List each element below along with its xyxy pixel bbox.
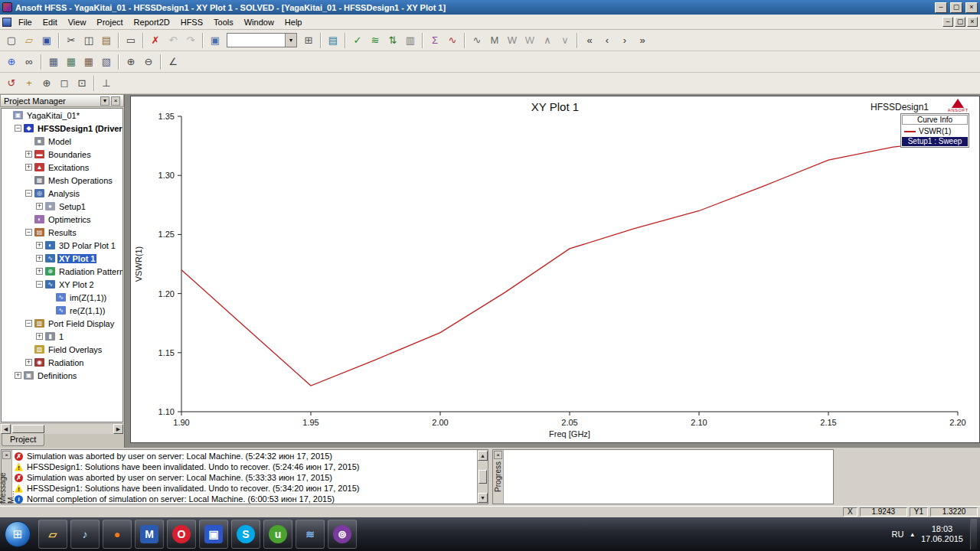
menu-edit[interactable]: Edit [38,16,63,28]
scrollbar-thumb[interactable] [479,470,487,484]
message-panel-close-icon[interactable]: × [2,451,11,459]
menu-file[interactable]: File [13,16,38,28]
solution-data-icon[interactable]: Σ [426,32,443,49]
expander-plus-icon[interactable]: + [36,242,43,249]
expander-plus-icon[interactable]: + [36,203,43,210]
zoom-window-icon[interactable]: ◻ [56,75,73,92]
visibility-icon[interactable]: ∞ [21,54,38,70]
tree-item-mesh-operations[interactable]: ▦Mesh Operations [2,174,122,187]
wave-report-icon[interactable]: ∿ [469,32,485,49]
selection-combo[interactable]: ▾ [227,33,297,47]
orange-app-icon[interactable]: ● [103,520,132,549]
view-iso-icon[interactable]: ▧ [98,54,115,70]
tree-item-1[interactable]: +▮1 [2,330,122,343]
save-app-icon[interactable]: ▣ [199,520,228,549]
rotate-view-icon[interactable]: ↺ [3,75,20,92]
message-row[interactable]: !HFSSDesign1: Solutions have been invali… [15,483,475,494]
show-desktop-button[interactable] [970,519,977,549]
message-row[interactable]: !HFSSDesign1: Solutions have been invali… [15,461,475,472]
progress-panel-close-icon[interactable]: × [494,451,502,459]
green-app-icon[interactable]: u [263,520,292,549]
next-frame-icon[interactable]: › [616,32,633,49]
wave-w2-report-icon[interactable]: W [521,32,538,49]
opera-icon[interactable]: O [167,520,196,549]
message-row[interactable]: ✗Simulation was aborted by user on serve… [15,451,475,461]
panel-close-icon[interactable]: × [111,96,120,106]
child-close-button[interactable]: × [967,17,978,27]
tree-item-im-z-1-1[interactable]: ∿im(Z(1,1)) [2,291,122,304]
fit-all-icon[interactable]: ⊡ [74,75,90,92]
zoom-out-view-icon[interactable]: ⊖ [140,54,157,70]
coordinate-icon[interactable]: ⊞ [300,32,317,49]
view-orient-x-icon[interactable]: ▦ [45,54,62,70]
combo-dropdown-icon[interactable]: ▾ [285,34,296,47]
scroll-left-icon[interactable]: ◀ [1,424,11,434]
tree-item-field-overlays[interactable]: ▧Field Overlays [2,343,122,356]
expander-plus-icon[interactable]: + [25,359,32,366]
tree-item-port-field-display[interactable]: −▥Port Field Display [2,317,122,330]
paste-icon[interactable]: ▤ [98,32,115,49]
prev-frame-icon[interactable]: ‹ [599,32,616,49]
explorer-icon[interactable]: ▱ [38,520,67,549]
scrollbar-thumb[interactable] [12,425,44,433]
wave-peak-icon[interactable]: ∧ [539,32,556,49]
open-file-icon[interactable]: ▱ [21,32,38,49]
start-button[interactable]: ⊞ [5,521,31,547]
expander-minus-icon[interactable]: − [25,229,32,236]
tree-item-analysis[interactable]: −◎Analysis [2,187,122,200]
mail-icon[interactable]: M [135,520,164,549]
solids-view-icon[interactable]: ⊕ [3,54,20,70]
skype-icon[interactable]: S [231,520,260,549]
child-restore-button[interactable]: ▢ [955,17,965,27]
measure-icon[interactable]: ∠ [165,54,181,70]
last-frame-icon[interactable]: » [634,32,651,49]
waveform-app-icon[interactable]: ≋ [296,520,325,549]
message-scrollbar[interactable]: ▲ ▼ [477,450,488,504]
menu-report2d[interactable]: Report2D [129,16,175,28]
wave-m-report-icon[interactable]: M [486,32,503,49]
menu-window[interactable]: Window [239,16,279,28]
pan-hand-icon[interactable]: + [21,75,38,92]
expander-minus-icon[interactable]: − [25,320,32,327]
tray-expand-icon[interactable]: ▴ [910,530,914,538]
panel-dropdown-icon[interactable]: ▾ [100,96,109,106]
analyze-all-icon[interactable]: ≋ [367,32,384,49]
tree-item-setup1[interactable]: +●Setup1 [2,200,122,213]
plot-canvas[interactable]: 1.101.151.201.251.301.351.901.952.002.05… [131,96,979,442]
tree-item-re-z-1-1[interactable]: ∿re(Z(1,1)) [2,304,122,317]
close-button[interactable]: × [965,2,978,13]
child-minimize-button[interactable]: – [942,17,953,27]
wave-valley-icon[interactable]: ∨ [557,32,573,49]
menu-view[interactable]: View [63,16,92,28]
validate-icon[interactable]: ✓ [349,32,366,49]
expander-minus-icon[interactable]: − [36,281,43,288]
redo-icon[interactable]: ↷ [182,32,199,49]
minimize-button[interactable]: – [935,2,947,13]
notes-icon[interactable]: ▥ [402,32,419,49]
expander-minus-icon[interactable]: − [25,190,32,197]
message-row[interactable]: iNormal completion of simulation on serv… [15,494,475,504]
menu-project[interactable]: Project [91,16,128,28]
tree-item-xy-plot-1[interactable]: +∿XY Plot 1 [2,252,122,265]
dynamic-zoom-icon[interactable]: ⊕ [38,75,55,92]
scroll-right-icon[interactable]: ▶ [113,424,123,434]
scroll-up-icon[interactable]: ▲ [478,451,488,461]
clock[interactable]: 18:03 17.06.2015 [921,524,963,544]
expander-plus-icon[interactable]: + [36,268,43,275]
tree-item-optimetrics[interactable]: ◐Optimetrics [2,213,122,226]
cut-icon[interactable]: ✂ [63,32,80,49]
maximize-button[interactable]: ▢ [950,2,962,13]
tree-item-xy-plot-2[interactable]: −∿XY Plot 2 [2,278,122,291]
tree-item-yagakitai-01[interactable]: ▣YagaKitai_01* [2,109,122,122]
wave-w-report-icon[interactable]: W [504,32,521,49]
menu-tools[interactable]: Tools [208,16,239,28]
tree-item-boundaries[interactable]: +▬Boundaries [2,148,122,161]
new-file-icon[interactable]: ▢ [3,32,20,49]
view-orient-y-icon[interactable]: ▦ [63,54,80,70]
menu-help[interactable]: Help [279,16,308,28]
expander-plus-icon[interactable]: + [25,164,32,171]
tree-item-3d-polar-plot-1[interactable]: +◐3D Polar Plot 1 [2,239,122,252]
tree-item-results[interactable]: −▤Results [2,226,122,239]
scroll-down-icon[interactable]: ▼ [478,493,488,503]
expander-plus-icon[interactable]: + [25,151,32,158]
